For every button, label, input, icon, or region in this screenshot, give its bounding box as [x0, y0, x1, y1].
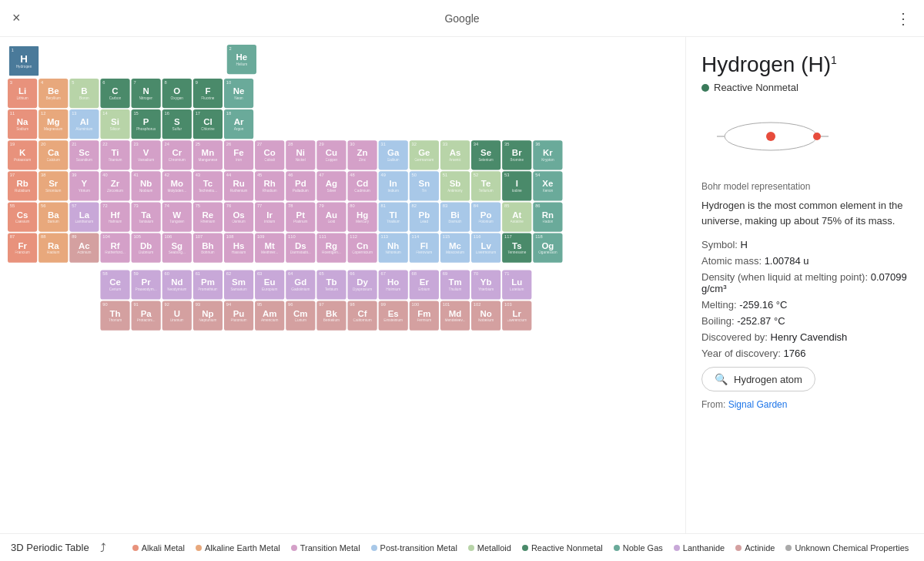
element-cell[interactable]: 61PmPromethium	[193, 270, 223, 299]
source-link[interactable]: Signal Garden	[728, 399, 788, 410]
element-cell[interactable]: 77IrIridium	[255, 202, 284, 231]
element-cell[interactable]: 25MnManganese	[193, 140, 223, 170]
element-cell[interactable]: 110DsDarmstadti...	[286, 233, 315, 263]
element-cell[interactable]: 40ZrZirconium	[100, 171, 129, 200]
element-cell[interactable]: 28NiNickel	[286, 140, 315, 170]
element-cell[interactable]: 86RnRadon	[533, 202, 562, 231]
element-cell[interactable]: 82PbLead	[410, 202, 439, 231]
element-cell[interactable]: 44RuRuthenium	[224, 171, 253, 200]
element-cell[interactable]: 53IIodine	[502, 171, 531, 200]
element-cell[interactable]: 35BrBromine	[502, 140, 531, 170]
element-cell[interactable]: 36KrKrypton	[533, 140, 562, 170]
element-cell[interactable]: 105DbDubnium	[132, 233, 161, 263]
element-cell[interactable]: 55CsCaesium	[8, 202, 37, 231]
element-cell[interactable]: 91PaProtactini...	[132, 301, 161, 331]
element-cell[interactable]: 33AsArsenic	[440, 140, 470, 170]
element-cell[interactable]: 66DyDysprosium	[347, 270, 377, 299]
element-cell[interactable]: 43TcTechnetiu...	[193, 171, 223, 200]
element-cell[interactable]: 115McMoscovium	[440, 233, 470, 263]
element-cell[interactable]: 3LiLithium	[8, 79, 37, 108]
element-cell[interactable]: 39YYttrium	[69, 171, 99, 200]
element-cell[interactable]: 32GeGermanium	[410, 140, 439, 170]
element-cell[interactable]: 103LrLawrencium	[502, 301, 531, 331]
element-cell[interactable]: 104RfRutherford...	[100, 233, 129, 263]
element-cell[interactable]: 74WTungsten	[162, 202, 192, 231]
element-cell[interactable]: 1HHydrogen	[8, 45, 40, 77]
element-cell[interactable]: 6CCarbon	[100, 79, 129, 108]
element-cell[interactable]: 107BhBohrium	[193, 233, 223, 263]
element-cell[interactable]: 79AuGold	[316, 202, 346, 231]
element-cell[interactable]: 26FeIron	[224, 140, 253, 170]
element-cell[interactable]: 100FmFermium	[410, 301, 439, 331]
element-cell[interactable]: 96CmCurium	[286, 301, 315, 331]
share-icon[interactable]: ⤴	[100, 541, 106, 554]
element-cell[interactable]: 101MdMendeleev...	[440, 301, 470, 331]
element-cell[interactable]: 7NNitrogen	[132, 79, 161, 108]
element-cell[interactable]: 15PPhosphorus	[132, 109, 161, 139]
element-cell[interactable]: 62SmSamarium	[224, 270, 253, 299]
element-cell[interactable]: 41NbNiobium	[132, 171, 161, 200]
element-cell[interactable]: 45RhRhodium	[255, 171, 284, 200]
element-cell[interactable]: 92UUranium	[162, 301, 192, 331]
element-cell[interactable]: 70YbYtterbium	[471, 270, 500, 299]
element-cell[interactable]: 111RgRoentgen...	[316, 233, 346, 263]
element-cell[interactable]: 56BaBarium	[38, 202, 68, 231]
element-cell[interactable]: 31GaGallium	[379, 140, 408, 170]
more-button[interactable]: ⋮	[896, 9, 912, 28]
element-cell[interactable]: 59PrPraseodym...	[132, 270, 161, 299]
element-cell[interactable]: 54XeXenon	[533, 171, 562, 200]
element-cell[interactable]: 20CaCalcium	[38, 140, 68, 170]
element-cell[interactable]: 113NhNihonium	[379, 233, 408, 263]
element-cell[interactable]: 97BkBerkelium	[316, 301, 346, 331]
search-button[interactable]: 🔍 Hydrogen atom	[701, 367, 815, 391]
element-cell[interactable]: 89AcActinium	[69, 233, 99, 263]
element-cell[interactable]: 9FFluorine	[193, 79, 223, 108]
element-cell[interactable]: 21ScScandium	[69, 140, 99, 170]
element-cell[interactable]: 48CdCadmium	[347, 171, 377, 200]
element-cell[interactable]: 116LvLivermorium	[471, 233, 500, 263]
element-cell[interactable]: 106SgSeaborg...	[162, 233, 192, 263]
element-cell[interactable]: 14SiSilicon	[100, 109, 129, 139]
element-cell[interactable]: 17ClChlorine	[193, 109, 223, 139]
element-cell[interactable]: 29CuCopper	[316, 140, 346, 170]
element-cell[interactable]: 42MoMolybden...	[162, 171, 192, 200]
element-cell[interactable]: 72HfHafnium	[100, 202, 129, 231]
element-cell[interactable]: 58CeCerium	[100, 270, 129, 299]
element-cell[interactable]: 71LuLutetium	[502, 270, 531, 299]
element-cell[interactable]: 114FlFlerovium	[410, 233, 439, 263]
element-cell[interactable]: 112CnCopernicium	[347, 233, 377, 263]
element-cell[interactable]: 65TbTerbium	[316, 270, 346, 299]
element-cell[interactable]: 57LaLanthanum	[69, 202, 99, 231]
element-cell[interactable]: 67HoHolmium	[379, 270, 408, 299]
element-cell[interactable]: 94PuPlutonium	[224, 301, 253, 331]
element-cell[interactable]: 27CoCobalt	[255, 140, 284, 170]
element-cell[interactable]: 52TeTellurium	[471, 171, 500, 200]
element-cell[interactable]: 24CrChromium	[162, 140, 192, 170]
element-cell[interactable]: 46PdPalladium	[286, 171, 315, 200]
element-cell[interactable]: 11NaSodium	[8, 109, 37, 139]
element-cell[interactable]: 80HgMercury	[347, 202, 377, 231]
element-cell[interactable]: 50SnTin	[410, 171, 439, 200]
element-cell[interactable]: 63EuEuropium	[255, 270, 284, 299]
element-cell[interactable]: 102NoNobelium	[471, 301, 500, 331]
element-cell[interactable]: 37RbRubidium	[8, 171, 37, 200]
element-cell[interactable]: 88RaRadium	[38, 233, 68, 263]
element-cell[interactable]: 30ZnZinc	[347, 140, 377, 170]
element-cell[interactable]: 13AlAluminium	[69, 109, 99, 139]
element-cell[interactable]: 12MgMagnesium	[38, 109, 68, 139]
element-cell[interactable]: 38SrStrontium	[38, 171, 68, 200]
element-cell[interactable]: 47AgSilver	[316, 171, 346, 200]
element-cell[interactable]: 83BiBismuth	[440, 202, 470, 231]
element-cell[interactable]: 75ReRhenium	[193, 202, 223, 231]
element-cell[interactable]: 78PtPlatinum	[286, 202, 315, 231]
element-cell[interactable]: 76OsOsmium	[224, 202, 253, 231]
element-cell[interactable]: 51SbAntimony	[440, 171, 470, 200]
element-cell[interactable]: 98CfCalifornium	[347, 301, 377, 331]
element-cell[interactable]: 73TaTantalum	[132, 202, 161, 231]
element-cell[interactable]: 90ThThorium	[100, 301, 129, 331]
element-cell[interactable]: 69TmThulium	[440, 270, 470, 299]
element-cell[interactable]: 99EsEinsteinium	[379, 301, 408, 331]
element-cell[interactable]: 109MtMeithner...	[255, 233, 284, 263]
element-cell[interactable]: 2HeHelium	[227, 45, 256, 74]
element-cell[interactable]: 22TiTitanium	[100, 140, 129, 170]
